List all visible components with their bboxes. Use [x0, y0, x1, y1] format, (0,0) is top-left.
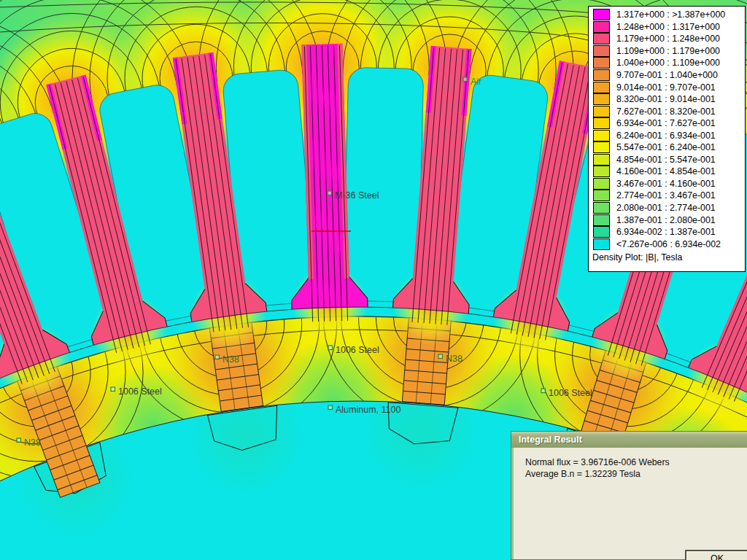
- legend-row: 3.467e-001 : 4.160e-001: [589, 178, 745, 190]
- legend-range-label: 6.240e-001 : 6.934e-001: [616, 131, 716, 141]
- legend-row: 1.317e+000 : >1.387e+000: [589, 9, 745, 21]
- legend-swatch: [593, 214, 610, 226]
- legend-row: 6.934e-002 : 1.387e-001: [589, 226, 745, 238]
- material-label: 1006 Steel: [111, 386, 162, 397]
- legend-range-label: 1.387e-001 : 2.080e-001: [616, 215, 716, 225]
- legend-swatch: [593, 190, 610, 201]
- legend-range-label: 7.627e-001 : 8.320e-001: [616, 106, 716, 117]
- average-bn-result: Average B.n = 1.32239 Tesla: [525, 469, 747, 481]
- legend-row: 4.160e-001 : 4.854e-001: [589, 166, 745, 178]
- ok-button[interactable]: OK: [685, 550, 747, 560]
- legend-range-label: <7.267e-006 : 6.934e-002: [616, 239, 721, 249]
- dialog-titlebar[interactable]: Integral Result: [511, 432, 747, 448]
- svg-text:M-36 Steel: M-36 Steel: [335, 190, 379, 201]
- legend-row: 5.547e-001 : 6.240e-001: [589, 141, 745, 154]
- legend-range-label: 1.179e+000 : 1.248e+000: [616, 34, 720, 44]
- legend-row: 7.627e-001 : 8.320e-001: [589, 105, 745, 117]
- legend-range-label: 1.248e+000 : 1.317e+000: [616, 22, 720, 32]
- legend-range-label: 4.160e-001 : 4.854e-001: [616, 166, 716, 176]
- femm-window: AirM-36 Steel1006 Steel1006 Steel1006 St…: [0, 0, 747, 560]
- dialog-title: Integral Result: [519, 435, 582, 445]
- material-label: 1006 Steel: [541, 388, 592, 398]
- legend-range-label: 6.934e-001 : 7.627e-001: [616, 118, 716, 128]
- density-legend-panel: 1.317e+000 : >1.387e+0001.248e+000 : 1.3…: [588, 6, 746, 272]
- legend-range-label: 2.080e-001 : 2.774e-001: [616, 203, 716, 213]
- svg-text:N38: N38: [24, 438, 41, 448]
- legend-range-label: 5.547e-001 : 6.240e-001: [616, 142, 716, 152]
- legend-row: 9.707e-001 : 1.040e+000: [589, 69, 745, 82]
- legend-swatch: [593, 154, 610, 166]
- legend-range-label: 2.774e-001 : 3.467e-001: [616, 190, 716, 201]
- legend-swatch: [593, 202, 610, 214]
- legend-swatch: [593, 106, 610, 117]
- svg-text:1006 Steel: 1006 Steel: [336, 345, 379, 355]
- legend-swatch: [593, 178, 610, 190]
- legend-swatch: [593, 9, 610, 20]
- material-label: Aluminum, 1100: [328, 405, 400, 415]
- legend-range-label: 1.109e+000 : 1.179e+000: [616, 46, 720, 56]
- normal-flux-result: Normal flux = 3.96716e-006 Webers: [525, 457, 747, 469]
- legend-range-label: 9.014e-001 : 9.707e-001: [616, 82, 716, 93]
- legend-swatch: [593, 45, 610, 57]
- svg-text:1006 Steel: 1006 Steel: [549, 388, 592, 398]
- legend-row: 2.774e-001 : 3.467e-001: [589, 190, 745, 202]
- svg-text:Air: Air: [471, 77, 481, 87]
- legend-caption: Density Plot: |B|, Tesla: [589, 250, 745, 262]
- svg-text:N38: N38: [446, 354, 462, 364]
- legend-row: 1.179e+000 : 1.248e+000: [589, 33, 745, 45]
- svg-text:Aluminum, 1100: Aluminum, 1100: [336, 405, 400, 415]
- legend-range-label: 3.467e-001 : 4.160e-001: [616, 179, 716, 189]
- legend-swatch: [593, 69, 610, 81]
- legend-row: 8.320e-001 : 9.014e-001: [589, 93, 745, 106]
- legend-range-label: 1.317e+000 : >1.387e+000: [616, 9, 725, 20]
- legend-swatch: [593, 226, 610, 238]
- material-label: M-36 Steel: [328, 190, 379, 201]
- legend-swatch: [593, 141, 610, 153]
- legend-range-label: 6.934e-002 : 1.387e-001: [616, 227, 716, 237]
- legend-swatch: [593, 238, 610, 250]
- material-label: 1006 Steel: [328, 345, 379, 355]
- legend-row: 6.934e-001 : 7.627e-001: [589, 117, 745, 130]
- legend-swatch: [593, 82, 610, 93]
- svg-text:1006 Steel: 1006 Steel: [118, 386, 162, 397]
- legend-row: 9.014e-001 : 9.707e-001: [589, 81, 745, 93]
- legend-swatch: [593, 21, 610, 33]
- integral-result-dialog: Integral Result Normal flux = 3.96716e-0…: [511, 431, 747, 560]
- legend-row: 2.080e-001 : 2.774e-001: [589, 202, 745, 214]
- legend-row: <7.267e-006 : 6.934e-002: [589, 238, 745, 250]
- dialog-body: Normal flux = 3.96716e-006 Webers Averag…: [514, 448, 747, 559]
- legend-range-label: 1.040e+000 : 1.109e+000: [616, 58, 720, 68]
- legend-row: 1.040e+000 : 1.109e+000: [589, 57, 745, 69]
- legend-swatch: [593, 33, 610, 44]
- legend-swatch: [593, 130, 610, 141]
- stator-slot: [343, 67, 424, 302]
- legend-row: 6.240e-001 : 6.934e-001: [589, 129, 745, 141]
- legend-range-label: 8.320e-001 : 9.014e-001: [616, 94, 716, 104]
- svg-text:N38: N38: [222, 354, 239, 365]
- legend-swatch: [593, 57, 610, 69]
- legend-row: 4.854e-001 : 5.547e-001: [589, 154, 745, 166]
- legend-rows: 1.317e+000 : >1.387e+0001.248e+000 : 1.3…: [589, 9, 745, 250]
- legend-swatch: [593, 117, 610, 129]
- legend-range-label: 4.854e-001 : 5.547e-001: [616, 155, 716, 165]
- legend-swatch: [593, 93, 610, 105]
- legend-row: 1.248e+000 : 1.317e+000: [589, 21, 745, 34]
- legend-row: 1.387e-001 : 2.080e-001: [589, 214, 745, 226]
- legend-row: 1.109e+000 : 1.179e+000: [589, 45, 745, 58]
- legend-range-label: 9.707e-001 : 1.040e+000: [616, 70, 718, 80]
- legend-swatch: [593, 166, 610, 177]
